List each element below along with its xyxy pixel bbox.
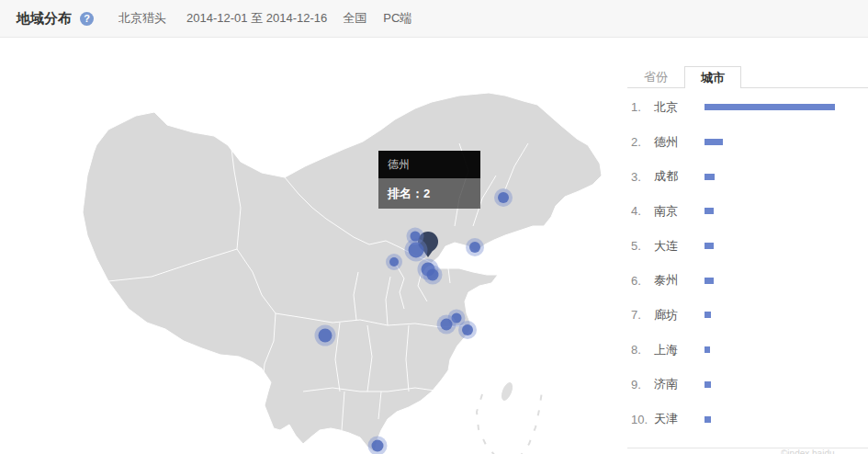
- city-name: 泰州: [654, 272, 705, 289]
- rank-bar: [705, 243, 714, 249]
- china-map-svg: [64, 88, 615, 454]
- watermark: ©index.baidu: [781, 448, 835, 454]
- city-marker[interactable]: [469, 242, 480, 253]
- china-outline: [83, 93, 602, 452]
- rank-bar: [705, 278, 714, 284]
- rank-bar: [705, 174, 715, 180]
- tab-bar: 省份 城市: [627, 66, 868, 88]
- city-marker[interactable]: [441, 319, 453, 331]
- rank-bar: [705, 381, 711, 388]
- rank-bar: [705, 139, 723, 145]
- rank-number: 9.: [631, 378, 654, 392]
- city-marker[interactable]: [498, 192, 509, 203]
- rank-number: 1.: [631, 100, 654, 114]
- rank-row-5[interactable]: 5. 大连: [627, 229, 868, 264]
- page-title: 地域分布: [17, 10, 72, 28]
- tooltip-city: 德州: [378, 151, 480, 178]
- rank-row-4[interactable]: 4. 南京: [627, 194, 868, 229]
- help-icon[interactable]: ?: [80, 12, 94, 26]
- platform-label: PC端: [383, 10, 411, 27]
- rank-number: 8.: [631, 343, 654, 357]
- city-marker[interactable]: [372, 440, 384, 452]
- region-label: 全国: [343, 10, 366, 27]
- city-ranking-list: 1. 北京 2. 德州 3. 成都 4. 南京 5. 大连: [627, 90, 868, 437]
- rank-number: 2.: [631, 135, 654, 149]
- rank-number: 5.: [631, 239, 654, 253]
- taiwan-island: [499, 380, 515, 403]
- city-name: 大连: [654, 238, 705, 255]
- rank-number: 4.: [631, 204, 654, 218]
- china-map[interactable]: 搜索指数：高 低: [0, 38, 625, 454]
- rank-number: 6.: [631, 274, 654, 288]
- rank-bar: [705, 208, 714, 214]
- ranking-panel: 省份 城市 1. 北京 2. 德州 3. 成都 4. 南京: [627, 0, 868, 454]
- city-name: 上海: [654, 342, 705, 358]
- rank-bar: [705, 346, 710, 353]
- date-range-label: 2014-12-01 至 2014-12-16: [186, 10, 327, 27]
- rank-bar: [705, 104, 835, 110]
- city-name: 南京: [654, 203, 705, 220]
- city-marker[interactable]: [427, 269, 439, 281]
- nine-dash-line: [477, 392, 542, 454]
- tab-city[interactable]: 城市: [684, 66, 741, 88]
- city-name: 天津: [654, 411, 705, 427]
- rank-number: 3.: [631, 170, 654, 184]
- rank-row-7[interactable]: 7. 廊坊: [627, 298, 868, 333]
- city-marker[interactable]: [411, 232, 421, 242]
- city-name: 廊坊: [654, 307, 705, 323]
- rank-row-1[interactable]: 1. 北京: [627, 90, 868, 125]
- tab-province[interactable]: 省份: [627, 66, 684, 87]
- rank-row-2[interactable]: 2. 德州: [627, 125, 868, 160]
- rank-bar: [705, 312, 711, 318]
- rank-row-6[interactable]: 6. 泰州: [627, 263, 868, 298]
- city-name: 北京: [654, 99, 705, 116]
- rank-bar: [705, 416, 711, 423]
- city-name: 德州: [654, 134, 705, 151]
- rank-row-10[interactable]: 10. 天津: [627, 402, 868, 437]
- city-marker[interactable]: [319, 329, 333, 343]
- region-distribution-widget: 地域分布 ? 北京猎头 2014-12-01 至 2014-12-16 全国 P…: [0, 0, 868, 454]
- city-name: 济南: [654, 376, 705, 392]
- city-name: 成都: [654, 168, 705, 185]
- rank-row-9[interactable]: 9. 济南: [627, 368, 868, 403]
- tooltip-rank: 排名：2: [378, 178, 480, 209]
- rank-row-8[interactable]: 8. 上海: [627, 333, 868, 368]
- map-tooltip: 德州 排名：2: [378, 151, 480, 209]
- keyword-label: 北京猎头: [118, 10, 166, 27]
- rank-row-3[interactable]: 3. 成都: [627, 159, 868, 194]
- rank-number: 10.: [631, 413, 654, 426]
- rank-number: 7.: [631, 308, 654, 322]
- city-marker[interactable]: [462, 324, 473, 335]
- city-marker[interactable]: [389, 257, 399, 267]
